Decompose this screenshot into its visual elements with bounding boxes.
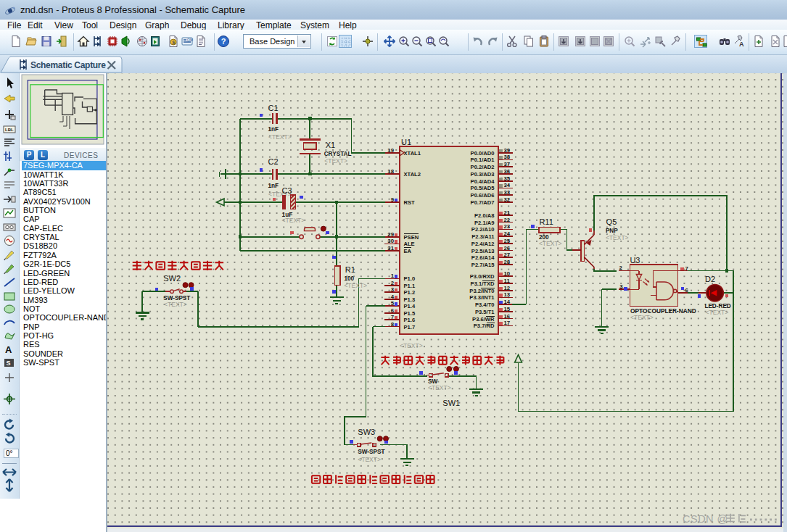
svg-text:<TEXT>: <TEXT> xyxy=(344,282,367,289)
svg-text:7: 7 xyxy=(391,314,394,320)
svg-text:24: 24 xyxy=(504,230,511,237)
svg-text:2: 2 xyxy=(619,265,622,271)
svg-text:28: 28 xyxy=(504,259,511,265)
svg-text:36: 36 xyxy=(504,168,511,175)
svg-text:<TEXT>: <TEXT> xyxy=(630,314,654,321)
svg-text:PSEN: PSEN xyxy=(404,234,419,241)
svg-text:<TEXT>: <TEXT> xyxy=(268,133,292,141)
svg-text:EA: EA xyxy=(404,248,412,254)
svg-text:8: 8 xyxy=(391,321,395,328)
svg-text:P3.1/TXD: P3.1/TXD xyxy=(471,280,495,287)
svg-text:P3.3/INT1: P3.3/INT1 xyxy=(469,294,495,301)
svg-text:33: 33 xyxy=(504,189,511,196)
svg-text:P1.1: P1.1 xyxy=(404,283,416,289)
svg-text:P2.4/A12: P2.4/A12 xyxy=(471,241,495,247)
svg-text:14: 14 xyxy=(504,299,511,305)
svg-text:1nF: 1nF xyxy=(268,126,279,133)
svg-text:<TEXT>: <TEXT> xyxy=(358,456,381,463)
svg-text:P2.2/A10: P2.2/A10 xyxy=(471,226,495,233)
svg-text:<TEXT>: <TEXT> xyxy=(539,240,562,247)
svg-text:31: 31 xyxy=(387,245,394,252)
svg-text:P0.2/AD2: P0.2/AD2 xyxy=(471,164,495,170)
svg-text:C2: C2 xyxy=(268,157,279,166)
svg-text:P1.7: P1.7 xyxy=(404,324,416,331)
svg-text:PNP: PNP xyxy=(606,228,618,234)
svg-text:SW1: SW1 xyxy=(442,399,460,407)
svg-text:P0.7/AD7: P0.7/AD7 xyxy=(471,199,495,206)
svg-text:27: 27 xyxy=(504,252,511,258)
svg-text:R1: R1 xyxy=(345,265,355,274)
svg-text:6: 6 xyxy=(391,307,395,314)
svg-text:16: 16 xyxy=(504,313,511,320)
svg-text:C3: C3 xyxy=(282,186,292,195)
svg-text:S: S xyxy=(7,359,11,367)
svg-text:3: 3 xyxy=(391,286,395,293)
svg-text:C1: C1 xyxy=(268,104,279,112)
svg-text:4: 4 xyxy=(391,294,395,300)
svg-text:5: 5 xyxy=(391,300,395,307)
svg-text:P3.0/RXD: P3.0/RXD xyxy=(470,273,495,280)
svg-text:P0.1/AD1: P0.1/AD1 xyxy=(471,157,495,163)
svg-text:LBL: LBL xyxy=(5,128,14,132)
svg-text:1: 1 xyxy=(391,273,395,279)
svg-text:P1.2: P1.2 xyxy=(404,289,416,296)
svg-text:P1.5: P1.5 xyxy=(404,310,416,317)
svg-text:XTAL2: XTAL2 xyxy=(404,171,421,178)
svg-text:P0.4/AD4: P0.4/AD4 xyxy=(471,178,495,185)
svg-text:37: 37 xyxy=(504,161,511,167)
svg-text:P1.4: P1.4 xyxy=(404,303,416,309)
svg-text:OM: OM xyxy=(187,38,193,42)
svg-text:SW3: SW3 xyxy=(358,428,375,436)
svg-text:P3.4/T0: P3.4/T0 xyxy=(475,302,495,308)
svg-text:P2.7/A15: P2.7/A15 xyxy=(471,262,495,268)
svg-text:X1: X1 xyxy=(326,141,335,149)
svg-text:34: 34 xyxy=(504,182,511,188)
svg-text:6: 6 xyxy=(685,287,688,294)
svg-text:39: 39 xyxy=(504,147,511,154)
svg-text:Q5: Q5 xyxy=(606,217,617,226)
svg-text:15: 15 xyxy=(504,306,511,312)
svg-text:U3: U3 xyxy=(630,256,640,265)
svg-text:13: 13 xyxy=(504,291,511,298)
svg-text:23: 23 xyxy=(504,223,511,230)
svg-text:3: 3 xyxy=(619,283,623,290)
svg-text:ALE: ALE xyxy=(404,241,415,247)
svg-text:?: ? xyxy=(221,37,226,46)
svg-text:10: 10 xyxy=(504,270,511,277)
svg-text:P3.6/WR: P3.6/WR xyxy=(472,316,495,323)
svg-text:R11: R11 xyxy=(539,217,553,226)
svg-text:P0.0/AD0: P0.0/AD0 xyxy=(471,150,495,157)
svg-text:D2: D2 xyxy=(705,275,715,283)
svg-text:CSDN @: CSDN @ xyxy=(683,513,728,525)
svg-text:<TEXT>: <TEXT> xyxy=(324,157,347,165)
svg-text:<TEXT>: <TEXT> xyxy=(282,217,305,224)
svg-text:30: 30 xyxy=(387,238,394,244)
svg-text:P2.0/A8: P2.0/A8 xyxy=(474,212,494,219)
svg-text:P3.2/INT0: P3.2/INT0 xyxy=(469,288,494,294)
svg-text:P2.5/A13: P2.5/A13 xyxy=(471,248,495,254)
svg-text:P2.3/A11: P2.3/A11 xyxy=(471,233,495,240)
svg-text:1nF: 1nF xyxy=(268,183,279,189)
svg-text:P1.6: P1.6 xyxy=(404,317,416,323)
svg-text:P0.3/AD3: P0.3/AD3 xyxy=(471,171,495,178)
svg-text:P1.3: P1.3 xyxy=(404,296,416,303)
svg-text:26: 26 xyxy=(504,245,511,252)
svg-text:<TEXT>: <TEXT> xyxy=(706,309,729,316)
svg-text:17: 17 xyxy=(504,320,511,326)
svg-text:P2.1/A9: P2.1/A9 xyxy=(474,220,494,226)
svg-text:25: 25 xyxy=(504,238,511,244)
svg-text:RST: RST xyxy=(404,199,416,206)
svg-text:2: 2 xyxy=(391,280,395,286)
svg-text:P0.5/AD5: P0.5/AD5 xyxy=(471,185,495,191)
svg-text:<TEXT>: <TEXT> xyxy=(606,234,629,241)
svg-text:A: A xyxy=(5,344,12,355)
svg-text:XTAL1: XTAL1 xyxy=(404,150,421,157)
svg-text:<TEXT>: <TEXT> xyxy=(164,301,187,308)
svg-text:12: 12 xyxy=(504,285,511,291)
svg-text:P1.0: P1.0 xyxy=(404,275,416,282)
svg-text:CRYSTAL: CRYSTAL xyxy=(324,151,352,157)
svg-text:SW2: SW2 xyxy=(163,274,181,283)
svg-text:P0.6/AD6: P0.6/AD6 xyxy=(471,192,495,199)
svg-text:7: 7 xyxy=(685,265,688,272)
svg-text:U1: U1 xyxy=(401,138,411,146)
